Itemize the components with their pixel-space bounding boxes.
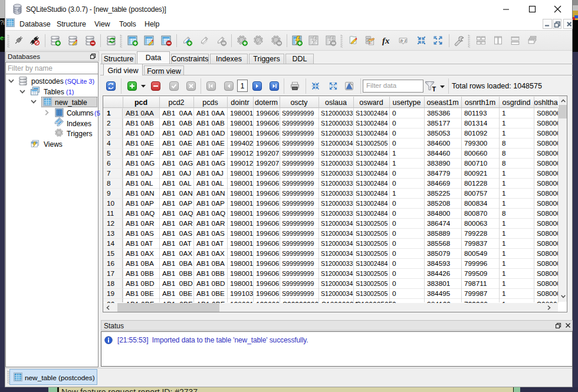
svg-text:T: T bbox=[432, 85, 436, 93]
svg-text:fx: fx bbox=[382, 36, 390, 45]
svg-text:a·z: a·z bbox=[400, 38, 406, 43]
